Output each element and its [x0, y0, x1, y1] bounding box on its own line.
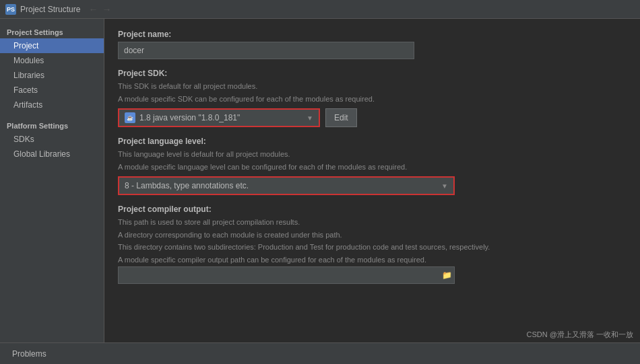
sdk-row: ☕ 1.8 java version "1.8.0_181" ▼ Edit	[118, 108, 627, 127]
project-settings-label: Project Settings	[0, 24, 104, 38]
project-sdk-desc2: A module specific SDK can be configured …	[118, 94, 627, 105]
window-title: Project Structure	[20, 5, 80, 14]
compiler-output-label: Project compiler output:	[118, 205, 627, 214]
sidebar-item-global-libraries[interactable]: Global Libraries	[0, 147, 104, 161]
back-arrow[interactable]: ←	[87, 4, 99, 15]
problems-tab[interactable]: Problems	[7, 347, 52, 361]
project-sdk-label: Project SDK:	[118, 69, 627, 78]
language-level-section: Project language level: This language le…	[118, 137, 627, 195]
compiler-output-desc2: A directory corresponding to each module…	[118, 229, 627, 241]
compiler-output-desc1: This path is used to store all project c…	[118, 217, 627, 228]
sdk-dropdown[interactable]: ☕ 1.8 java version "1.8.0_181" ▼	[118, 108, 320, 127]
compiler-output-desc3: This directory contains two subdirectori…	[118, 242, 627, 253]
language-level-label: Project language level:	[118, 137, 627, 146]
language-level-value: 8 - Lambdas, type annotations etc.	[125, 181, 249, 190]
lang-dropdown-arrow: ▼	[441, 182, 448, 190]
language-level-desc1: This language level is default for all p…	[118, 149, 627, 160]
sdk-icon: ☕	[125, 112, 135, 123]
sidebar-item-artifacts[interactable]: Artifacts	[0, 98, 104, 112]
nav-arrows: ← →	[87, 4, 113, 15]
title-bar: PS Project Structure ← →	[0, 0, 640, 19]
content-area: Project name: Project SDK: This SDK is d…	[104, 19, 640, 342]
problems-label: Problems	[12, 349, 46, 359]
bottom-bar: Problems	[0, 342, 640, 364]
sidebar-item-facets[interactable]: Facets	[0, 83, 104, 98]
sidebar-item-project[interactable]: Project	[0, 38, 104, 53]
project-sdk-desc1: This SDK is default for all project modu…	[118, 81, 627, 92]
sidebar-item-libraries[interactable]: Libraries	[0, 68, 104, 83]
project-name-label: Project name:	[118, 30, 627, 39]
project-name-input[interactable]	[118, 42, 414, 59]
project-sdk-section: Project SDK: This SDK is default for all…	[118, 69, 627, 127]
edit-sdk-button[interactable]: Edit	[325, 108, 357, 127]
app-icon: PS	[5, 4, 16, 15]
language-level-desc2: A module specific language level can be …	[118, 161, 627, 173]
language-level-dropdown[interactable]: 8 - Lambdas, type annotations etc. ▼	[118, 176, 455, 195]
compiler-output-input[interactable]	[118, 266, 455, 284]
project-name-section: Project name:	[118, 30, 627, 59]
sidebar: Project Settings Project Modules Librari…	[0, 19, 104, 342]
compiler-output-wrapper: 📁	[118, 266, 455, 284]
sidebar-item-modules[interactable]: Modules	[0, 53, 104, 68]
sdk-dropdown-inner: ☕ 1.8 java version "1.8.0_181"	[125, 112, 307, 123]
compiler-output-section: Project compiler output: This path is us…	[118, 205, 627, 284]
platform-settings-label: Platform Settings	[0, 118, 104, 132]
folder-browse-icon[interactable]: 📁	[442, 270, 452, 280]
compiler-output-desc4: A module specific compiler output path c…	[118, 254, 627, 266]
main-container: Project Settings Project Modules Librari…	[0, 19, 640, 342]
sidebar-item-sdks[interactable]: SDKs	[0, 132, 104, 147]
watermark: CSDN @滑上又滑落 一收和一放	[527, 330, 633, 340]
sdk-dropdown-arrow: ▼	[307, 114, 313, 122]
sdk-value: 1.8 java version "1.8.0_181"	[139, 113, 240, 122]
forward-arrow[interactable]: →	[100, 4, 113, 15]
